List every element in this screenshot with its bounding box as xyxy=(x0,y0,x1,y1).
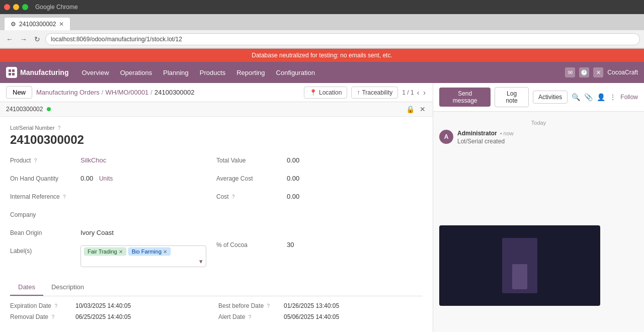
cocoa-value[interactable]: 30 xyxy=(287,239,413,248)
window-close-dot[interactable] xyxy=(4,4,10,10)
product-help-icon[interactable]: ? xyxy=(34,158,37,163)
cost-value[interactable]: 0.00 xyxy=(287,191,413,200)
window-minimize-dot[interactable] xyxy=(13,4,19,10)
tag-fair-trading: Fair Trading ✕ xyxy=(84,247,126,256)
clock-icon[interactable]: 🕐 xyxy=(579,67,589,77)
tags-dropdown-icon[interactable]: ▾ xyxy=(199,258,203,265)
total-value-field-row: Total Value 0.00 xyxy=(216,155,413,169)
lot-help-icon[interactable]: ? xyxy=(58,125,61,131)
follow-button[interactable]: Follow xyxy=(620,94,638,101)
nav-planning[interactable]: Planning xyxy=(158,67,194,78)
notification-bar: Database neutralized for testing: no ema… xyxy=(0,49,644,62)
svg-rect-1 xyxy=(12,69,15,72)
nav-overview[interactable]: Overview xyxy=(76,67,114,78)
nav-configuration[interactable]: Configuration xyxy=(271,67,320,78)
person-icon[interactable]: 👤 xyxy=(597,93,605,101)
lot-label-text: Lot/Serial Number xyxy=(10,125,55,131)
tag-fair-trading-close[interactable]: ✕ xyxy=(119,249,123,255)
product-field-row: Product ? SilkChoc xyxy=(10,155,206,169)
app-logo[interactable]: Manufacturing xyxy=(6,67,68,78)
form-left: Product ? SilkChoc On Hand Quantity 0.00… xyxy=(10,155,216,271)
main-container: New Manufacturing Orders / WH/MO/00001 /… xyxy=(0,83,644,332)
discard-icon[interactable]: ✕ xyxy=(419,104,427,114)
status-indicator xyxy=(47,107,51,111)
settings-icon[interactable]: ✕ xyxy=(593,67,603,77)
tab-dates[interactable]: Dates xyxy=(10,279,43,296)
location-label: Location xyxy=(319,89,342,96)
on-hand-field-row: On Hand Quantity 0.00 Units xyxy=(10,173,206,187)
internal-ref-help-icon[interactable]: ? xyxy=(63,194,66,200)
labels-input[interactable] xyxy=(84,258,159,265)
svg-rect-0 xyxy=(9,69,11,72)
breadcrumb-sep1: / xyxy=(102,89,104,96)
log-note-button[interactable]: Log note xyxy=(495,87,529,107)
product-value[interactable]: SilkChoc xyxy=(80,155,206,164)
video-figure xyxy=(502,238,537,293)
window-maximize-dot[interactable] xyxy=(22,4,28,10)
best-before-help-icon[interactable]: ? xyxy=(267,303,270,309)
alert-date-field: Alert Date ? 05/06/2025 14:40:05 xyxy=(218,313,423,320)
lock-icon[interactable]: 🔒 xyxy=(405,104,416,114)
message-author: Administrator xyxy=(457,130,497,137)
search-panel-icon[interactable]: 🔍 xyxy=(572,93,580,101)
internal-ref-value[interactable] xyxy=(80,191,206,193)
location-button[interactable]: 📍 Location xyxy=(304,87,347,99)
send-message-button[interactable]: Send message xyxy=(439,88,491,107)
removal-date-value[interactable]: 06/25/2025 14:40:05 xyxy=(75,313,131,320)
active-tab[interactable]: ⚙ 24100300002 ✕ xyxy=(4,17,70,30)
forward-button[interactable]: → xyxy=(18,34,29,44)
tab-description[interactable]: Description xyxy=(43,279,92,296)
user-name[interactable]: CocoaCraft xyxy=(607,69,638,76)
reload-button[interactable]: ↻ xyxy=(32,34,42,44)
best-before-value[interactable]: 01/26/2025 13:40:05 xyxy=(284,302,339,309)
expiration-date-value[interactable]: 10/03/2025 14:40:05 xyxy=(75,302,131,309)
prev-record-button[interactable]: ‹ xyxy=(416,88,421,98)
traceability-button[interactable]: ↑ Traceability xyxy=(351,87,398,99)
message-time: • now xyxy=(500,130,514,136)
product-label: Product ? xyxy=(10,155,80,164)
removal-date-label: Removal Date ? xyxy=(10,313,75,320)
nav-operations[interactable]: Operations xyxy=(115,67,157,78)
message-content: Administrator • now Lot/Serial created xyxy=(457,130,638,145)
tab-close-icon[interactable]: ✕ xyxy=(59,21,64,28)
alert-help-icon[interactable]: ? xyxy=(249,314,252,320)
company-field-row: Company xyxy=(10,209,206,223)
alert-date-value[interactable]: 05/06/2025 14:40:05 xyxy=(284,313,339,320)
internal-ref-label: Internal Reference ? xyxy=(10,191,80,200)
expiration-help-icon[interactable]: ? xyxy=(54,303,57,309)
bean-origin-value[interactable]: Ivory Coast xyxy=(80,227,206,236)
browser-toolbar: ← → ↻ localhost:8069/odoo/manufacturing/… xyxy=(0,30,644,48)
removal-help-icon[interactable]: ? xyxy=(51,314,54,320)
three-dots-icon[interactable]: ⋮ xyxy=(609,93,616,101)
form-content: Lot/Serial Number ? 24100300002 Product … xyxy=(0,117,433,332)
browser-title: Google Chrome xyxy=(35,4,78,11)
notification-text: Database neutralized for testing: no ema… xyxy=(252,52,392,59)
breadcrumb-manufacturing[interactable]: Manufacturing Orders xyxy=(36,89,100,96)
tag-bio-farming-close[interactable]: ✕ xyxy=(163,249,167,255)
form-tabs: Dates Description xyxy=(10,279,423,296)
video-silhouette xyxy=(512,264,527,289)
back-button[interactable]: ← xyxy=(4,34,15,44)
units-link[interactable]: Units xyxy=(99,175,113,182)
nav-products[interactable]: Products xyxy=(195,67,230,78)
breadcrumb-mo[interactable]: WH/MO/00001 xyxy=(105,89,148,96)
removal-date-field: Removal Date ? 06/25/2025 14:40:05 xyxy=(10,313,214,320)
cost-help-icon[interactable]: ? xyxy=(232,194,235,200)
messages-icon[interactable]: ✉ xyxy=(565,67,575,77)
next-record-button[interactable]: › xyxy=(422,88,427,98)
breadcrumb-sep2: / xyxy=(150,89,152,96)
dates-grid: Expiration Date ? 10/03/2025 14:40:05 Be… xyxy=(10,296,423,326)
nav-reporting[interactable]: Reporting xyxy=(231,67,270,78)
tag-bio-farming: Bio Farming ✕ xyxy=(128,247,171,256)
address-bar[interactable]: localhost:8069/odoo/manufacturing/1/stoc… xyxy=(45,33,640,45)
labels-tags-container[interactable]: Fair Trading ✕ Bio Farming ✕ ▾ xyxy=(80,245,206,267)
paperclip-icon[interactable]: 📎 xyxy=(584,93,593,101)
new-button[interactable]: New xyxy=(6,86,32,99)
action-bar: New Manufacturing Orders / WH/MO/00001 /… xyxy=(0,83,433,102)
expiration-date-field: Expiration Date ? 10/03/2025 14:40:05 xyxy=(10,302,214,309)
cost-label: Cost ? xyxy=(216,191,287,200)
panel-icons: 🔍 📎 👤 ⋮ xyxy=(572,93,616,101)
pagination: 1 / 1 xyxy=(402,89,414,96)
alert-date-label: Alert Date ? xyxy=(218,313,284,320)
activities-button[interactable]: Activities xyxy=(533,91,568,104)
